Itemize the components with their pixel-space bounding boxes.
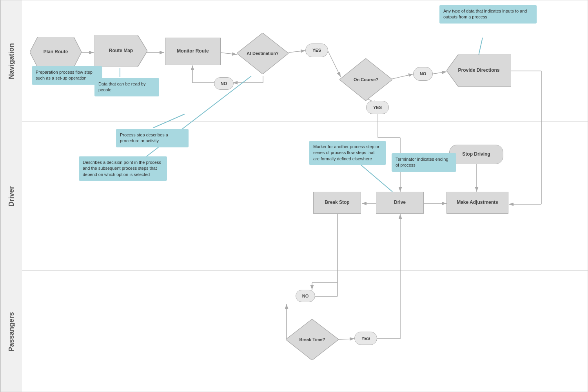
on-course-shape: On Course?: [339, 58, 392, 101]
diagram-container: Navigation Driver Passangers: [0, 0, 588, 392]
lane-label-passengers: Passangers: [0, 271, 22, 392]
yes-course-label: YES: [373, 105, 382, 110]
monitor-route-label: Monitor Route: [177, 48, 209, 54]
no-destination-shape: NO: [214, 77, 234, 90]
plan-route-shape: Plan Route: [30, 37, 82, 67]
provide-directions-shape: Provide Directions: [446, 54, 511, 87]
break-stop-shape: Break Stop: [313, 192, 361, 214]
break-time-shape: Break Time?: [286, 319, 339, 360]
provide-directions-label: Provide Directions: [458, 67, 499, 74]
yes-destination-shape: YES: [305, 44, 328, 57]
stop-driving-label: Stop Driving: [462, 151, 490, 158]
yes-destination-label: YES: [312, 47, 321, 53]
yes-break-label: YES: [361, 336, 370, 341]
yes-break-shape: YES: [354, 332, 377, 345]
plan-route-label: Plan Route: [44, 49, 68, 55]
drive-label: Drive: [394, 200, 406, 206]
route-map-shape: Route Map: [94, 35, 147, 67]
data-callout: Data that can be read by people: [94, 78, 159, 96]
make-adjustments-shape: Make Adjustments: [446, 192, 508, 214]
drive-shape: Drive: [376, 192, 424, 214]
process-callout: Process step describes a procedure or ac…: [116, 129, 189, 147]
at-destination-label: At Destination?: [247, 51, 278, 56]
marker-callout: Marker for another process step or serie…: [309, 141, 386, 165]
stop-driving-shape: Stop Driving: [449, 145, 503, 164]
no-course-label: NO: [420, 71, 426, 76]
monitor-route-shape: Monitor Route: [165, 38, 221, 65]
no-break-label: NO: [302, 293, 309, 299]
no-course-shape: NO: [413, 67, 433, 81]
break-stop-label: Break Stop: [325, 200, 349, 206]
decision-callout: Describes a decision point in the proces…: [79, 156, 167, 181]
prep-callout: Preparation process flow step such as a …: [32, 66, 102, 85]
lane-label-driver: Driver: [0, 122, 22, 271]
on-course-label: On Course?: [354, 77, 378, 82]
no-destination-label: NO: [221, 81, 227, 86]
no-break-shape: NO: [296, 290, 315, 302]
data-top-callout: Any type of data that indicates inputs t…: [439, 5, 537, 24]
break-time-label: Break Time?: [299, 337, 325, 342]
yes-course-shape: YES: [366, 101, 389, 114]
lane-label-navigation: Navigation: [0, 0, 22, 122]
route-map-label: Route Map: [109, 48, 133, 54]
at-destination-shape: At Destination?: [237, 33, 289, 74]
terminator-callout: Terminator indicates ending of process: [392, 153, 456, 172]
make-adjustments-label: Make Adjustments: [457, 200, 498, 206]
